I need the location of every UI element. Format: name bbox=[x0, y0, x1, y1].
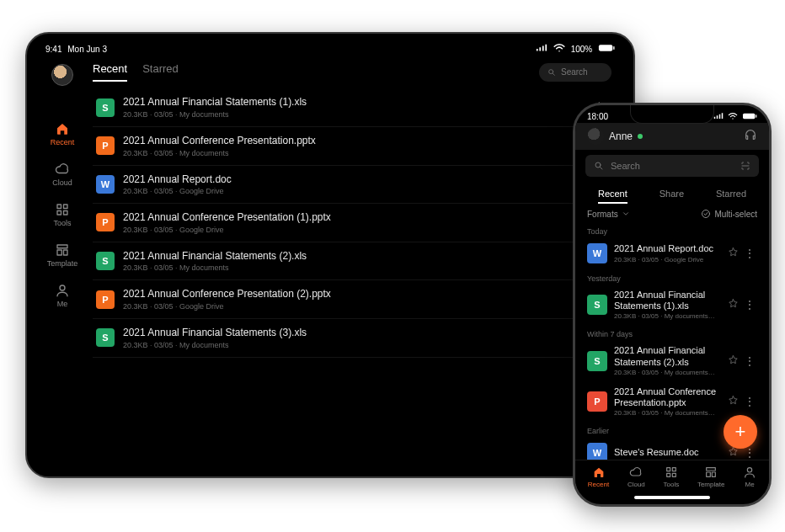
user-name: Anne bbox=[609, 130, 633, 142]
svg-rect-12 bbox=[756, 114, 756, 117]
star-button[interactable] bbox=[724, 350, 742, 372]
sidebar-label: Cloud bbox=[52, 178, 72, 187]
more-button[interactable]: ⋮ bbox=[742, 392, 757, 411]
file-subtitle: 20.3KB03/05My documentsabcdefgh... bbox=[614, 369, 715, 376]
tab-starred[interactable]: Starred bbox=[716, 185, 746, 204]
phone-header: Anne bbox=[575, 123, 769, 150]
section-header: Within 7 days bbox=[575, 325, 769, 340]
search-icon bbox=[547, 68, 556, 77]
file-name: 2021 Annual Report.doc bbox=[123, 173, 590, 187]
file-subtitle: 20.3KB03/05My documents bbox=[123, 110, 590, 119]
nav-tools[interactable]: Tools bbox=[664, 466, 680, 488]
tablet-device: 9:41 Mon Jun 3 100% Recent bbox=[25, 32, 635, 478]
file-row[interactable]: P 2021 Annual Conference Presentation (1… bbox=[93, 204, 611, 242]
sidebar-item-template[interactable]: Template bbox=[47, 242, 78, 268]
file-row[interactable]: S 2021 Annual Financial Statements (2).x… bbox=[575, 340, 769, 380]
battery-icon bbox=[742, 112, 757, 121]
file-meta: 2021 Annual Conference Presentation (2).… bbox=[123, 288, 590, 311]
multi-select-label: Multi-select bbox=[714, 210, 757, 219]
file-subtitle: 20.3KB03/05My documents bbox=[123, 341, 590, 349]
svg-rect-8 bbox=[64, 250, 68, 255]
file-subtitle: 20.3KB03/05My documentsabcdefgh... bbox=[614, 409, 715, 417]
file-name: 2021 Annual Conference Presentation (2).… bbox=[123, 288, 590, 301]
file-type-icon: P bbox=[587, 391, 607, 412]
svg-rect-20 bbox=[707, 472, 711, 476]
more-button[interactable]: ⋮ bbox=[742, 352, 757, 370]
file-type-icon: W bbox=[96, 175, 115, 194]
file-meta: 2021 Annual Financial Statements (1).xls… bbox=[614, 290, 724, 320]
svg-rect-19 bbox=[707, 468, 716, 471]
more-button[interactable]: ⋮ bbox=[742, 295, 757, 314]
file-row[interactable]: W 2021 Annual Report.doc 20.3KB03/05Goog… bbox=[575, 237, 769, 269]
sidebar-item-recent[interactable]: Recent bbox=[51, 121, 75, 146]
status-time: 18:00 bbox=[587, 112, 608, 121]
svg-point-9 bbox=[60, 285, 65, 290]
home-indicator[interactable] bbox=[634, 496, 710, 499]
star-button[interactable] bbox=[724, 391, 742, 412]
more-button[interactable]: ⋮ bbox=[742, 244, 757, 263]
file-row[interactable]: P 2021 Annual Conference Presentation (2… bbox=[93, 280, 611, 319]
file-name: 2021 Annual Financial Statements (2).xls bbox=[123, 250, 590, 263]
file-name: 2021 Annual Financial Statements (2).xls bbox=[614, 345, 724, 367]
file-meta: 2021 Annual Financial Statements (2).xls… bbox=[123, 250, 590, 273]
headphones-icon[interactable] bbox=[744, 128, 757, 145]
file-row[interactable]: W 2021 Annual Report.doc 20.3KB03/05Goog… bbox=[93, 166, 611, 205]
person-icon bbox=[55, 283, 70, 298]
phone-bottom-nav: Recent Cloud Tools Template Me bbox=[575, 460, 769, 493]
tablet-tabs: Recent Starred bbox=[93, 62, 179, 82]
section-header: Today bbox=[575, 222, 769, 237]
file-type-icon: P bbox=[96, 290, 115, 309]
svg-rect-2 bbox=[57, 205, 61, 209]
nav-template[interactable]: Template bbox=[697, 466, 724, 488]
user-profile[interactable]: Anne bbox=[587, 128, 643, 145]
nav-cloud[interactable]: Cloud bbox=[627, 466, 645, 488]
star-button[interactable] bbox=[724, 294, 742, 316]
sidebar-item-tools[interactable]: Tools bbox=[53, 202, 71, 227]
svg-rect-15 bbox=[667, 468, 670, 471]
svg-rect-6 bbox=[57, 245, 67, 248]
file-subtitle: 20.3KB03/05Google Drive bbox=[614, 256, 715, 263]
svg-rect-17 bbox=[667, 473, 670, 476]
check-circle-icon bbox=[701, 209, 711, 219]
file-row[interactable]: S 2021 Annual Financial Statements (1).x… bbox=[93, 88, 611, 127]
file-row[interactable]: S 2021 Annual Financial Statements (2).x… bbox=[93, 242, 611, 281]
sidebar-item-cloud[interactable]: Cloud bbox=[52, 162, 72, 187]
file-subtitle: 20.3KB03/05My documentsabcdefgh... bbox=[614, 312, 715, 320]
tab-recent[interactable]: Recent bbox=[93, 62, 127, 82]
formats-dropdown[interactable]: Formats bbox=[587, 210, 630, 219]
file-row[interactable]: S 2021 Annual Financial Statements (1).x… bbox=[575, 285, 769, 325]
search-input[interactable]: Search bbox=[539, 63, 611, 82]
file-subtitle: 20.3KB03/05My documents bbox=[123, 149, 590, 157]
svg-rect-0 bbox=[599, 45, 612, 51]
svg-point-10 bbox=[549, 70, 553, 74]
formats-label: Formats bbox=[587, 210, 618, 219]
file-row[interactable]: P 2021 Annual Conference Presentation.pp… bbox=[93, 127, 611, 166]
scan-icon[interactable] bbox=[740, 161, 750, 171]
svg-point-14 bbox=[702, 210, 710, 218]
svg-rect-21 bbox=[712, 472, 715, 476]
avatar[interactable] bbox=[51, 64, 73, 86]
nav-me[interactable]: Me bbox=[743, 466, 756, 488]
wifi-icon bbox=[553, 45, 568, 54]
tab-share[interactable]: Share bbox=[660, 185, 684, 204]
file-meta: 2021 Annual Financial Statements (3).xls… bbox=[123, 327, 590, 349]
sidebar-label: Recent bbox=[51, 138, 75, 146]
svg-rect-4 bbox=[57, 211, 61, 215]
nav-recent[interactable]: Recent bbox=[588, 466, 609, 488]
tab-starred[interactable]: Starred bbox=[142, 62, 179, 80]
file-row[interactable]: S 2021 Annual Financial Statements (3).x… bbox=[93, 319, 611, 358]
svg-rect-18 bbox=[672, 473, 676, 476]
file-type-icon: W bbox=[587, 243, 607, 263]
multi-select-toggle[interactable]: Multi-select bbox=[701, 209, 757, 219]
file-meta: 2021 Annual Report.doc 20.3KB03/05Google… bbox=[123, 173, 590, 196]
file-type-icon: S bbox=[587, 295, 607, 315]
add-button[interactable]: + bbox=[724, 415, 757, 449]
svg-rect-5 bbox=[63, 211, 67, 215]
tab-recent[interactable]: Recent bbox=[598, 185, 627, 204]
star-button[interactable] bbox=[724, 242, 742, 264]
sidebar-label: Template bbox=[47, 259, 78, 268]
search-input[interactable]: Search bbox=[585, 155, 759, 177]
home-icon bbox=[592, 466, 606, 479]
sidebar-item-me[interactable]: Me bbox=[55, 283, 70, 308]
file-meta: 2021 Annual Financial Statements (1).xls… bbox=[123, 96, 590, 119]
